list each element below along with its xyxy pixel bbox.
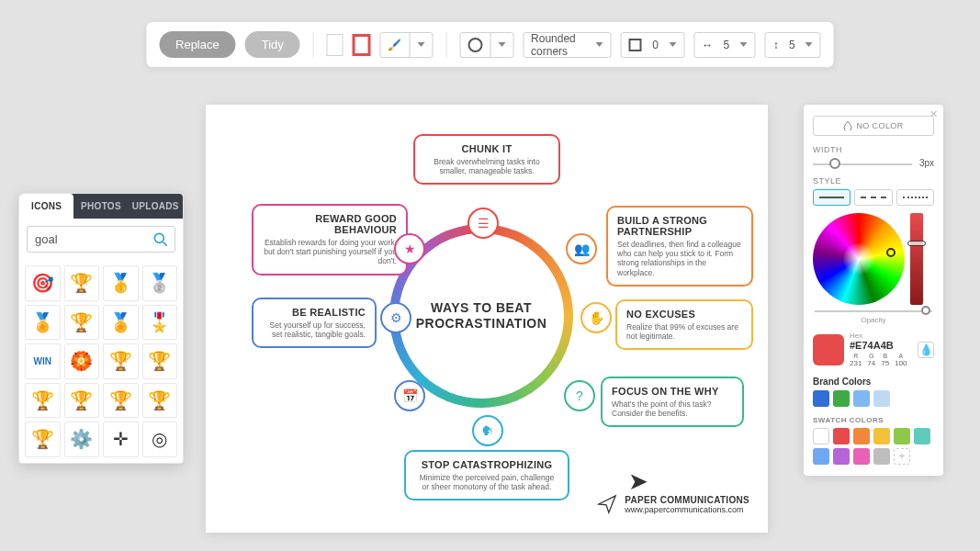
card-chunk[interactable]: CHUNK ITBreak overwhelming tasks into sm…: [413, 134, 560, 185]
spoke-icon-realistic[interactable]: ⚙: [380, 302, 411, 333]
shape-dropdown[interactable]: [459, 32, 513, 58]
brand-swatch[interactable]: [813, 390, 829, 407]
circle-shape-icon: [467, 38, 482, 52]
svg-line-1: [163, 242, 167, 245]
swatch-color[interactable]: [813, 428, 829, 444]
rgba-b: 75: [881, 359, 889, 367]
toolbar: Replace Tidy 🖌️ Rounded corners 0 ↔ 5 ↕ …: [146, 22, 834, 67]
card-partner[interactable]: BUILD A STRONG PARTNERSHIPSet deadlines,…: [606, 206, 753, 287]
icon-trophy-dark[interactable]: 🏆: [103, 383, 139, 419]
card-title: FOCUS ON THE WHY: [612, 386, 733, 397]
swatch-color[interactable]: [833, 428, 850, 444]
height-stepper[interactable]: ↕ 5: [765, 32, 821, 58]
icon-win-text[interactable]: WIN: [25, 343, 61, 379]
stroke-color-swatch[interactable]: [353, 34, 370, 56]
replace-button[interactable]: Replace: [159, 31, 236, 58]
icon-target[interactable]: 🎯: [25, 265, 61, 301]
card-body: Set deadlines, then find a colleague who…: [617, 240, 742, 277]
card-stop[interactable]: STOP CATASTROPHIZINGMinimize the perceiv…: [404, 450, 569, 500]
brand-swatch[interactable]: [873, 390, 890, 407]
card-focus[interactable]: FOCUS ON THE WHYWhat's the point of this…: [601, 377, 744, 427]
icon-trophy-handles[interactable]: 🏆: [64, 383, 100, 419]
icon-podium[interactable]: 🥇: [103, 265, 139, 301]
icon-crosshair[interactable]: ✛: [103, 422, 139, 457]
card-reward[interactable]: REWARD GOOD BEHAVIOUREstablish rewards f…: [252, 204, 408, 276]
hex-label: Hex: [850, 332, 912, 340]
height-value: 5: [789, 39, 795, 51]
spoke-icon-excuses[interactable]: ✋: [580, 302, 612, 333]
icon-trophy-mini[interactable]: 🏅: [25, 305, 61, 341]
line-style-dotted[interactable]: [896, 189, 934, 206]
opacity-label: Opacity: [813, 316, 934, 324]
chevron-down-icon: [498, 42, 505, 47]
width-arrows-icon: ↔: [702, 39, 713, 51]
icon-trophy-tall[interactable]: 🏆: [25, 383, 61, 419]
width-stepper[interactable]: ↔ 5: [693, 32, 755, 58]
design-canvas[interactable]: WAYS TO BEATPROCRASTINATION CHUNK ITBrea…: [206, 105, 768, 533]
line-style-solid[interactable]: [813, 189, 850, 206]
corners-dropdown[interactable]: Rounded corners: [523, 32, 612, 58]
tab-icons[interactable]: ICONS: [19, 194, 73, 219]
icon-cup-gold[interactable]: 🏆: [64, 305, 100, 341]
rgba-g: 74: [867, 359, 875, 367]
icons-panel: ICONS PHOTOS UPLOADS 🎯🏆🥇🥈🏅🏆🏅🎖️WIN🏵️🏆🏆🏆🏆🏆…: [18, 193, 184, 464]
icon-target-orange[interactable]: ◎: [142, 422, 178, 457]
fill-color-swatch[interactable]: [327, 34, 344, 56]
hue-slider[interactable]: [910, 213, 923, 305]
hex-value[interactable]: #E74A4B: [850, 340, 912, 351]
add-swatch-button[interactable]: +: [894, 448, 910, 465]
card-title: CHUNK IT: [424, 143, 549, 154]
card-excuses[interactable]: NO EXCUSESRealize that 99% of excuses ar…: [615, 299, 753, 350]
spoke-icon-partner[interactable]: 👥: [566, 233, 597, 264]
line-style-dashed[interactable]: [854, 189, 892, 206]
tab-uploads[interactable]: UPLOADS: [129, 194, 183, 219]
spoke-icon-focus[interactable]: ?: [564, 380, 595, 411]
icon-gear[interactable]: ⚙️: [64, 422, 100, 457]
brand-colors-title: Brand Colors: [813, 377, 934, 387]
eyedropper-button[interactable]: 💧: [918, 342, 934, 358]
opacity-slider[interactable]: [815, 310, 932, 312]
icon-trophy-1[interactable]: 🏆: [142, 383, 178, 419]
swatch-color[interactable]: [853, 448, 870, 465]
icon-medal-bw[interactable]: 🥈: [142, 265, 178, 301]
border-width-dropdown[interactable]: 0: [621, 32, 684, 58]
swatch-color[interactable]: [813, 448, 829, 465]
no-color-button[interactable]: NO COLOR: [813, 116, 934, 136]
swatch-color[interactable]: [914, 428, 930, 444]
icon-trophy-gold[interactable]: 🏆: [64, 265, 100, 301]
paint-tool-dropdown[interactable]: 🖌️: [379, 32, 433, 58]
icon-trophy-cup[interactable]: 🏆: [25, 422, 61, 457]
brand-name: PAPER COMMUNICATIONS: [625, 495, 749, 505]
swatch-color[interactable]: [873, 428, 890, 444]
icon-ribbon-1[interactable]: 🎖️: [142, 305, 178, 341]
icon-podium-color[interactable]: 🏅: [103, 305, 139, 341]
brand-swatch[interactable]: [833, 390, 850, 407]
brand-url: www.papercommunications.com: [625, 505, 749, 514]
panel-tabs: ICONS PHOTOS UPLOADS: [19, 194, 183, 219]
card-realistic[interactable]: BE REALISTICSet yourself up for success,…: [252, 298, 377, 348]
tidy-button[interactable]: Tidy: [245, 31, 300, 58]
swatch-color[interactable]: [853, 428, 870, 444]
card-title: BE REALISTIC: [263, 307, 366, 318]
chevron-down-icon: [417, 42, 424, 47]
icon-win-badge[interactable]: 🏵️: [64, 343, 100, 379]
spoke-icon-chunk[interactable]: ☰: [467, 208, 499, 239]
swatch-color[interactable]: [873, 448, 890, 465]
close-button[interactable]: ✕: [929, 108, 938, 120]
spoke-icon-stop[interactable]: 🗣: [472, 415, 503, 446]
icon-trophy-gray-2[interactable]: 🏆: [142, 343, 178, 379]
swatch-color[interactable]: [833, 448, 850, 465]
swatch-color[interactable]: [894, 428, 910, 444]
chevron-down-icon: [596, 42, 603, 47]
spoke-icon-reward[interactable]: ★: [394, 233, 425, 264]
color-wheel[interactable]: [813, 213, 905, 305]
current-color-swatch: [813, 334, 844, 365]
search-icon[interactable]: [152, 231, 170, 249]
border-width-value: 0: [652, 39, 659, 51]
icon-trophy-gray-1[interactable]: 🏆: [103, 343, 139, 379]
spoke-icon-calendar[interactable]: 📅: [394, 380, 425, 411]
cursor-icon: ➤: [628, 467, 648, 496]
width-slider[interactable]: 3px: [813, 158, 934, 171]
brand-swatch[interactable]: [853, 390, 870, 407]
tab-photos[interactable]: PHOTOS: [73, 194, 128, 219]
